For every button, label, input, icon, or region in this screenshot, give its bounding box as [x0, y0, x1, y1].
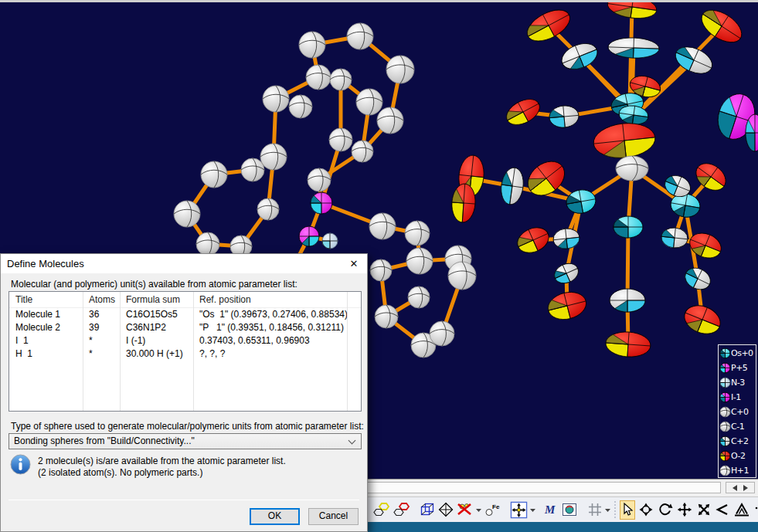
atom-C	[289, 95, 312, 118]
unit-cell-icon[interactable]	[419, 500, 436, 520]
legend-label: I-1	[731, 392, 741, 402]
dropdown-arrow-icon[interactable]	[604, 501, 611, 518]
atom-C	[375, 305, 398, 328]
grid-icon[interactable]	[586, 500, 603, 520]
molecule-list[interactable]: Title Atoms Formula sum Ref. position Mo…	[8, 291, 362, 412]
resize-icon[interactable]	[695, 500, 712, 520]
Cw-atom-icon	[719, 435, 731, 447]
pointer-icon[interactable]	[620, 500, 635, 520]
atom-N	[322, 233, 338, 249]
legend-label: O-2	[731, 451, 745, 461]
table-cell: 36	[83, 308, 120, 321]
table-cell: *	[83, 347, 120, 361]
dialog-title: Define Molecules	[7, 258, 84, 269]
atom-C	[306, 65, 331, 90]
atom-C	[369, 213, 396, 239]
column-header: Atoms	[83, 292, 120, 307]
legend-label: C-1	[731, 422, 744, 432]
atom-legend: Os+0P+5N-3I-1C+0C-1C+2O-2H+1	[718, 344, 756, 478]
N-atom-icon	[719, 377, 731, 388]
dropdown-value: Bonding spheres from "Build/Connectivity…	[14, 435, 195, 446]
legend-item: I-1	[719, 390, 756, 405]
viewport-pan-icon[interactable]	[509, 500, 529, 520]
table-row[interactable]: I 1*I (-1)0.37403, 0.65311, 0.96903	[9, 334, 361, 347]
dropdown-arrow-icon[interactable]	[475, 501, 482, 518]
C-atom-icon	[719, 421, 731, 432]
toolbar-drag-handle[interactable]	[614, 501, 616, 518]
table-cell: Molecule 2	[9, 321, 83, 334]
info-message: 2 molecule(s) is/are available from the …	[38, 456, 286, 479]
close-icon[interactable]: ✕	[341, 254, 367, 273]
atom-C	[448, 262, 476, 290]
scroll-left-icon[interactable]	[729, 485, 737, 491]
table-cell: 30.000 H (+1)	[120, 347, 193, 361]
table-row[interactable]: Molecule 239C36N1P2"P 1" (0.39351, 0.184…	[9, 321, 361, 334]
atom-C	[352, 141, 373, 162]
legend-label: N-3	[731, 378, 745, 388]
atom-P	[311, 192, 332, 214]
scroll-right-icon[interactable]	[743, 485, 751, 491]
table-cell: *	[83, 334, 120, 347]
perspective-icon[interactable]	[733, 500, 751, 520]
P-atom-icon	[719, 362, 731, 374]
legend-item: C-1	[719, 419, 756, 434]
info-icon	[10, 454, 31, 475]
legend-item: C+2	[719, 434, 756, 449]
scroll-arrows	[726, 482, 755, 493]
table-header: Title Atoms Formula sum Ref. position	[9, 292, 361, 308]
atom-C	[370, 259, 392, 281]
column-separator	[347, 292, 348, 411]
spotlight-icon[interactable]	[753, 500, 758, 520]
legend-item: Os+0	[719, 346, 756, 361]
orbit-icon[interactable]	[637, 500, 655, 520]
hexagons-red-icon[interactable]	[393, 500, 411, 520]
I-atom-icon	[719, 391, 731, 403]
legend-item: C+0	[719, 405, 756, 419]
atom-Os	[720, 348, 730, 358]
sphere-type-dropdown[interactable]: Bonding spheres from "Build/Connectivity…	[8, 433, 362, 449]
sphere-type-label: Type of sphere used to generate molecula…	[11, 421, 364, 432]
ok-button[interactable]: OK	[250, 508, 300, 525]
table-cell: C16O15Os5	[120, 308, 193, 321]
table-cell: I 1	[9, 334, 83, 347]
chevron-down-icon	[348, 437, 356, 445]
atom-H	[720, 466, 730, 476]
table-cell: ?, ?, ?	[193, 347, 361, 361]
fe-atom-icon[interactable]: Fe	[483, 500, 501, 520]
atom-Os	[614, 216, 643, 238]
atom-P	[299, 226, 319, 246]
hexagons-yellow-icon[interactable]	[372, 500, 391, 520]
atom-C	[720, 422, 730, 432]
picture-icon[interactable]	[560, 500, 579, 520]
molecule-m-icon[interactable]: M	[543, 500, 559, 520]
column-header: Formula sum	[120, 292, 193, 307]
column-header: Title	[9, 292, 83, 307]
table-cell: 39	[83, 321, 120, 334]
column-header: Ref. position	[193, 292, 361, 307]
svg-text:Fe: Fe	[492, 503, 500, 510]
cancel-button[interactable]: Cancel	[308, 508, 359, 525]
atom-C	[347, 23, 373, 49]
legend-item: P+5	[719, 361, 756, 375]
atom-C	[408, 286, 430, 308]
legend-label: H+1	[731, 466, 749, 476]
table-cell: "Os 1" (0.39673, 0.27406, 0.88534)	[193, 308, 361, 321]
dropdown-arrow-icon[interactable]	[529, 501, 536, 518]
legend-item: H+1	[719, 463, 756, 478]
view-angle-icon[interactable]	[714, 500, 731, 520]
destroy-atoms-icon[interactable]	[456, 500, 474, 520]
dialog-titlebar[interactable]: Define Molecules ✕	[1, 254, 367, 273]
legend-item: N-3	[719, 375, 756, 390]
atom-Cw	[720, 436, 730, 446]
atom-Cw	[610, 289, 645, 312]
table-row[interactable]: Molecule 136C16O15Os5"Os 1" (0.39673, 0.…	[9, 308, 361, 321]
atom-C	[174, 201, 200, 227]
polyhedron-icon[interactable]	[437, 500, 454, 520]
table-row[interactable]: H 1*30.000 H (+1)?, ?, ?	[9, 347, 361, 361]
rotate-icon[interactable]	[657, 500, 674, 520]
move-icon[interactable]	[675, 500, 694, 520]
column-separator	[193, 292, 194, 411]
atom-C	[356, 89, 382, 115]
C-atom-icon	[719, 406, 731, 418]
atom-C	[330, 69, 352, 90]
